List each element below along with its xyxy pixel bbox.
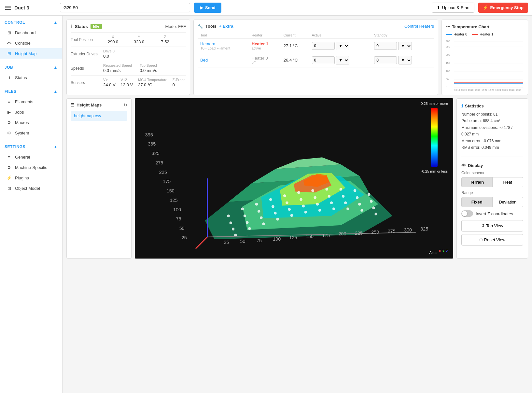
sidebar-item-jobs[interactable]: ▶ Jobs [0,107,62,117]
svg-text:100: 100 [273,236,281,242]
svg-text:200: 200 [339,231,346,236]
svg-point-79 [374,213,377,216]
sidebar-job-section: Job ▲ ℹ Status [0,61,62,85]
svg-point-39 [269,198,272,201]
svg-point-64 [316,203,319,206]
heater1-active-select[interactable]: ▼ [336,42,349,50]
sidebar-item-general[interactable]: ≡ General [0,152,62,162]
svg-text:175: 175 [322,233,330,238]
deviation-button[interactable]: Deviation [493,197,524,207]
divider1 [461,157,523,157]
mode-text: Mode: FFF [165,24,186,29]
refresh-icon[interactable]: ↻ [124,103,127,107]
heater0-active-input-cell: ▼ [309,53,372,67]
chevron-up-icon: ▲ [54,20,58,25]
app-name: Duet 3 [14,5,29,10]
heightmap-file-item[interactable]: heightmap.csv [71,111,127,121]
tools-extra-button[interactable]: + Extra [219,24,233,29]
x-col: X 290.0 [103,35,123,44]
svg-point-38 [255,203,258,206]
mcu-header: MCU Temperature [138,78,167,82]
send-button[interactable]: ▶ Send [194,3,221,13]
v12-header: V12 [121,78,133,82]
sidebar-item-status[interactable]: ℹ Status [0,72,62,83]
sidebar-files-header[interactable]: Files ▲ [0,87,62,96]
display-icon: 👁 [461,163,466,168]
sidebar-job-header[interactable]: Job ▲ [0,63,62,72]
heightmap-3d-view[interactable]: 25 50 75 100 125 150 175 200 225 250 275… [135,98,453,259]
sidebar-item-system[interactable]: ⚙ System [0,128,62,138]
sidebar-control-header[interactable]: Control ▲ [0,18,62,27]
sidebar-item-objectmodel[interactable]: ⊡ Object Model [0,183,62,193]
top-row: ℹ Status Idle Mode: FFF Tool Position X [66,20,528,95]
fixed-button[interactable]: Fixed [461,197,493,207]
sidebar-item-filaments[interactable]: ≡ Filaments [0,96,62,107]
general-icon: ≡ [7,154,12,160]
heat-button[interactable]: Heat [493,177,524,187]
legend-heater1: Heater 1 [472,32,493,36]
svg-point-74 [304,211,307,214]
sidebar-item-heightmap[interactable]: ⊞ Height Map [0,48,62,59]
control-heaters-button[interactable]: Control Heaters [404,24,434,29]
command-input[interactable] [60,3,190,12]
table-row: Bed Heater 0 off 26.4 °C ▼ [198,53,434,67]
chart-legend: Heater 0 Heater 1 [446,32,524,36]
svg-point-41 [297,191,300,194]
hamburger-menu[interactable] [4,5,12,11]
sidebar-item-console[interactable]: <> Console [0,38,62,48]
heater0-name: Heater 0 [252,56,278,61]
terrain-button[interactable]: Terrain [461,177,493,187]
heater0-active-input[interactable] [312,56,335,64]
svg-point-58 [232,228,235,231]
num-points-label: Number of points: [461,112,492,117]
axes-text-label: Axes: [429,251,438,255]
sidebar-item-dashboard[interactable]: ⊞ Dashboard [0,27,62,38]
svg-point-45 [354,189,357,192]
list-icon: ☰ [71,103,75,107]
sidebar-item-plugins[interactable]: ⚡ Plugins [0,173,62,183]
scale-legend: 0.25 mm or more [421,102,448,173]
tool-name-cell: Bed [198,53,249,67]
svg-point-46 [368,193,371,196]
heater0-standby-input[interactable] [374,56,397,64]
reset-view-button[interactable]: ⊙ Reset View [461,234,523,246]
table-row: Hemera T0 - Load Filament Heater 1 activ… [198,39,434,53]
sidebar-item-machine[interactable]: ⚙ Machine-Specific [0,162,62,173]
send-label: Send [205,5,216,10]
svg-text:13:19: 13:19 [461,89,467,91]
invert-toggle[interactable] [461,210,473,217]
heater1-active-input[interactable] [312,42,335,50]
upload-button[interactable]: ⬆ Upload & Start [432,3,475,13]
tools-icon: 🔧 [198,24,203,29]
zprobe-col: Z-Probe 0 [173,78,186,87]
sidebar-settings-header[interactable]: Settings ▲ [0,142,62,152]
heater1-standby-select[interactable]: ▼ [398,42,412,50]
heater0-active-select[interactable]: ▼ [336,56,349,64]
max-dev-label: Maximum deviations: [461,125,498,130]
heater1-legend-label: Heater 1 [480,32,493,36]
heater1-standby-input[interactable] [374,42,397,50]
top-view-button[interactable]: ↧ Top View [461,220,523,232]
x-axis-label: X [439,249,441,253]
extruder-row: Extruder Drives Drive 0 0.0 [71,47,186,61]
sidebar-item-macros[interactable]: ⚙ Macros [0,117,62,128]
svg-point-53 [314,196,316,199]
svg-point-43 [325,188,328,191]
sidebar-job-label: Job [5,65,13,70]
req-speed-value: 0.0 mm/s [103,68,132,73]
svg-point-67 [358,203,361,206]
tool-name-bed[interactable]: Bed [200,58,246,63]
probe-area-line: Probe area: 688.4 cm² [461,118,523,124]
range-group: Fixed Deviation [461,197,523,207]
heater0-legend-dot [446,34,452,35]
tool-sub-hemera[interactable]: T0 - Load Filament [200,46,246,50]
color-scheme-label: Color scheme: [461,171,523,175]
heater0-standby-select[interactable]: ▼ [398,56,412,64]
sidebar-item-label: Console [15,41,31,46]
sidebar-item-label: Filaments [15,99,33,104]
max-dev-line: Maximum deviations: -0.178 / 0.027 mm [461,124,523,138]
objectmodel-icon: ⊡ [7,186,12,191]
heater1-current: 27.1 °C [281,39,309,53]
tool-name-hemera[interactable]: Hemera [200,41,246,46]
emergency-stop-button[interactable]: ⚡ Emergency Stop [478,3,528,13]
